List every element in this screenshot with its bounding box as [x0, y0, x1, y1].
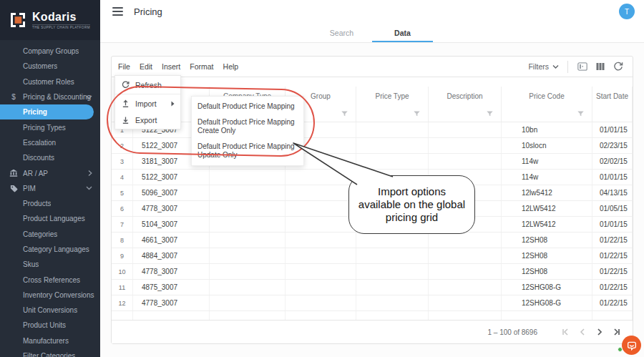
sidebar-item-company-groups[interactable]: Company Groups	[0, 44, 100, 59]
filter-cell[interactable]	[429, 106, 502, 122]
tab-search[interactable]: Search	[311, 23, 372, 42]
next-page-button[interactable]	[593, 326, 606, 338]
submenu-item-1[interactable]: Default Product Price Mapping	[192, 99, 303, 114]
menu-item-export[interactable]: Export	[115, 112, 180, 128]
menu-item-import[interactable]: Import	[115, 95, 180, 112]
cell: 12lw5412	[502, 185, 592, 200]
cell	[210, 248, 286, 263]
menu-file[interactable]: File	[118, 62, 130, 71]
chevron-right-icon	[88, 170, 92, 177]
file-dropdown-menu: Refresh Import Export	[114, 75, 181, 129]
filter-funnel-icon[interactable]	[341, 111, 348, 117]
sidebar-item-customer-roles[interactable]: Customer Roles	[0, 74, 100, 89]
sidebar-item-filter-categories[interactable]: Filter Categories	[0, 348, 100, 357]
sidebar-item-label: Product Units	[23, 321, 66, 329]
cell	[210, 185, 286, 200]
sidebar-item-label: Unit Conversions	[23, 306, 77, 314]
column-header-price-code[interactable]: Price Code	[502, 87, 592, 106]
sidebar-item-escalation[interactable]: Escalation	[0, 135, 100, 150]
filter-funnel-icon[interactable]	[414, 111, 420, 117]
chevron-down-icon	[86, 94, 92, 99]
row-number: 6	[112, 201, 133, 216]
filters-dropdown[interactable]: Filters	[528, 62, 559, 71]
cell	[356, 280, 429, 295]
cell: 12SH08	[502, 248, 592, 263]
topbar: Pricing T	[100, 0, 644, 23]
tool-panel-icon[interactable]	[577, 61, 588, 72]
submenu-item-3[interactable]: Default Product Price Mapping Update Onl…	[192, 139, 303, 163]
cell	[286, 280, 356, 295]
menu-format[interactable]: Format	[190, 62, 213, 71]
filter-cell[interactable]	[502, 106, 592, 122]
sidebar-item-skus[interactable]: Skus	[0, 257, 100, 272]
sidebar-item-label: Discounts	[23, 154, 54, 162]
first-page-button[interactable]	[559, 326, 572, 338]
cell: 5122_3007	[133, 170, 210, 185]
table-row[interactable]: 33181_3007114w02/02/15	[112, 154, 633, 170]
menu-help[interactable]: Help	[223, 62, 239, 71]
sidebar-item-products[interactable]: Products	[0, 196, 100, 211]
import-submenu: Default Product Price MappingDefault Pro…	[191, 96, 304, 166]
cell	[356, 295, 429, 310]
cell: 12LW5412	[502, 201, 592, 216]
menu-insert[interactable]: Insert	[162, 62, 180, 71]
cell: 12SH08	[502, 233, 592, 248]
sidebar-item-product-units[interactable]: Product Units	[0, 318, 100, 333]
sidebar-item-customers[interactable]: Customers	[0, 59, 100, 74]
prev-page-button[interactable]	[576, 326, 589, 338]
column-header-start-date[interactable]: Start Date	[592, 87, 633, 106]
user-avatar[interactable]: T	[619, 4, 635, 19]
sidebar-item-pim[interactable]: PIM	[0, 181, 100, 196]
sidebar-item-pricing-types[interactable]: Pricing Types	[0, 119, 100, 135]
row-number: 10	[112, 264, 133, 279]
column-header-price-type[interactable]: Price Type	[356, 87, 429, 106]
filter-cell[interactable]	[592, 106, 633, 122]
table-row[interactable]: 114875_300712SHG08-G01/22/15	[112, 280, 633, 295]
sidebar-item-unit-conversions[interactable]: Unit Conversions	[0, 303, 100, 318]
sidebar-item-cross-references[interactable]: Cross References	[0, 272, 100, 287]
import-icon	[121, 99, 130, 108]
cell: 02/23/15	[592, 138, 633, 153]
table-row[interactable]: 25122_300710slocn02/23/15	[112, 138, 633, 154]
cell: 4778_3007	[133, 264, 210, 279]
table-row[interactable]: 94884_300712SH0801/22/15	[112, 248, 633, 264]
table-row[interactable]: 124778_300712SHG08-G01/22/15	[112, 295, 633, 311]
sidebar-item-pricing[interactable]: Pricing	[0, 104, 94, 119]
online-status-dot	[618, 347, 623, 352]
hamburger-menu-icon[interactable]	[112, 7, 123, 16]
submenu-arrow-icon	[171, 101, 175, 107]
sidebar-item-categories[interactable]: Categories	[0, 227, 100, 242]
menu-edit[interactable]: Edit	[140, 62, 152, 71]
cell	[356, 154, 429, 169]
sidebar-item-pricing-discounting[interactable]: $Pricing & Discounting	[0, 89, 100, 104]
menu-item-label: Refresh	[135, 81, 162, 89]
cell	[356, 248, 429, 263]
sidebar-item-inventory-conversions[interactable]: Inventory Conversions	[0, 288, 100, 303]
filter-funnel-icon[interactable]	[487, 111, 493, 117]
logo[interactable]: Kodaris THE SUPPLY CHAIN PLATFORM	[0, 0, 100, 40]
grid-filter-row	[112, 106, 633, 122]
sidebar-item-product-languages[interactable]: Product Languages	[0, 211, 100, 226]
table-row[interactable]: 104778_300712SH0801/22/15	[112, 264, 633, 280]
cell	[286, 248, 356, 263]
cell	[356, 138, 429, 153]
menu-item-refresh[interactable]: Refresh	[115, 77, 180, 93]
tab-data[interactable]: Data	[372, 23, 433, 42]
submenu-item-2[interactable]: Default Product Price Mapping Create Onl…	[192, 114, 303, 139]
sidebar-item-manufacturers[interactable]: Manufacturers	[0, 333, 100, 348]
filter-cell[interactable]	[356, 106, 429, 122]
table-row[interactable]: 15122_300710bn01/01/15	[112, 122, 633, 138]
last-page-button[interactable]	[610, 326, 623, 338]
column-header-description[interactable]: Description	[429, 87, 502, 106]
sidebar-item-category-languages[interactable]: Category Languages	[0, 242, 100, 257]
filter-funnel-icon[interactable]	[577, 111, 584, 117]
sidebar-item-discounts[interactable]: Discounts	[0, 150, 100, 165]
refresh-icon[interactable]	[613, 61, 624, 72]
columns-icon[interactable]	[595, 61, 606, 72]
sidebar-item-label: Product Languages	[23, 215, 85, 222]
cell	[429, 295, 502, 310]
table-row[interactable]: 84661_300712SH0801/22/15	[112, 233, 633, 248]
chat-widget-button[interactable]	[622, 336, 641, 355]
sidebar-item-ar-ap[interactable]: AR / AP	[0, 165, 100, 180]
sidebar-item-label: Categories	[23, 230, 57, 238]
